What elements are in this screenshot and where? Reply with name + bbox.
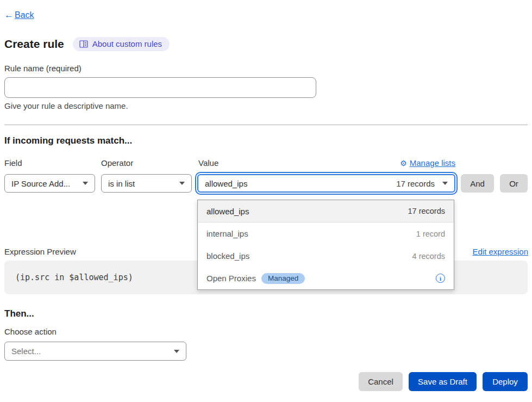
choose-action-label: Choose action [4, 327, 57, 336]
manage-lists-label: Manage lists [410, 158, 455, 168]
action-select-placeholder: Select... [11, 347, 41, 356]
page-title: Create rule [4, 38, 64, 51]
match-section-heading: If incoming requests match... [4, 135, 132, 146]
chevron-down-icon [442, 182, 448, 185]
book-icon [79, 40, 88, 48]
field-select-value: IP Source Add... [11, 179, 70, 188]
section-divider [4, 125, 528, 125]
chevron-down-icon [179, 182, 185, 185]
list-dropdown-panel: allowed_ips 17 records internal_ips 1 re… [197, 200, 454, 290]
list-option-name: blocked_ips [206, 251, 249, 261]
manage-lists-link[interactable]: ⚙ Manage lists [400, 158, 455, 168]
value-select-value: allowed_ips [205, 179, 247, 188]
managed-badge: Managed [261, 273, 305, 284]
rule-name-input[interactable] [4, 77, 316, 98]
list-option-record-count: 1 record [416, 230, 445, 238]
deploy-button[interactable]: Deploy [483, 372, 528, 391]
rule-name-helper: Give your rule a descriptive name. [4, 101, 128, 110]
value-select[interactable]: allowed_ips 17 records [197, 174, 455, 193]
info-icon[interactable]: i [436, 274, 445, 283]
edit-expression-link[interactable]: Edit expression [472, 247, 528, 256]
cancel-button[interactable]: Cancel [359, 372, 403, 391]
list-option-name: internal_ips [206, 229, 248, 238]
value-label: Value [198, 158, 218, 168]
chevron-down-icon [174, 350, 179, 353]
expression-code: (ip.src in $allowed_ips) [15, 273, 133, 282]
create-rule-page: ← Back Create rule About custom rules Ru… [0, 0, 532, 402]
rule-name-label: Rule name (required) [4, 64, 82, 73]
and-button[interactable]: And [461, 174, 494, 193]
list-option-record-count: 4 records [412, 252, 445, 261]
list-option-record-count: 17 records [408, 207, 445, 215]
action-select[interactable]: Select... [4, 342, 186, 361]
then-section-heading: Then... [4, 308, 34, 319]
value-select-record-count: 17 records [396, 179, 437, 188]
list-option-name: Open Proxies [206, 274, 256, 283]
operator-label: Operator [101, 158, 133, 168]
about-custom-rules-link[interactable]: About custom rules [73, 37, 170, 51]
back-link-label: Back [15, 10, 34, 20]
list-option-open-proxies[interactable]: Open Proxies Managed i [198, 267, 454, 289]
list-option-name: allowed_ips [206, 207, 249, 216]
chevron-down-icon [83, 182, 88, 185]
back-arrow-icon: ← [4, 10, 14, 21]
expression-preview-label: Expression Preview [4, 247, 76, 256]
back-link[interactable]: ← Back [4, 10, 34, 21]
operator-select-value: is in list [108, 179, 135, 188]
list-option-internal-ips[interactable]: internal_ips 1 record [198, 222, 454, 245]
field-label: Field [4, 158, 22, 168]
save-as-draft-button[interactable]: Save as Draft [409, 372, 477, 391]
list-option-blocked-ips[interactable]: blocked_ips 4 records [198, 245, 454, 267]
list-option-allowed-ips[interactable]: allowed_ips 17 records [198, 200, 454, 222]
field-select[interactable]: IP Source Add... [4, 174, 95, 193]
or-button[interactable]: Or [500, 174, 528, 193]
about-custom-rules-label: About custom rules [92, 39, 162, 48]
operator-select[interactable]: is in list [101, 174, 192, 193]
gear-icon: ⚙ [400, 159, 407, 168]
title-row: Create rule About custom rules [4, 37, 170, 51]
